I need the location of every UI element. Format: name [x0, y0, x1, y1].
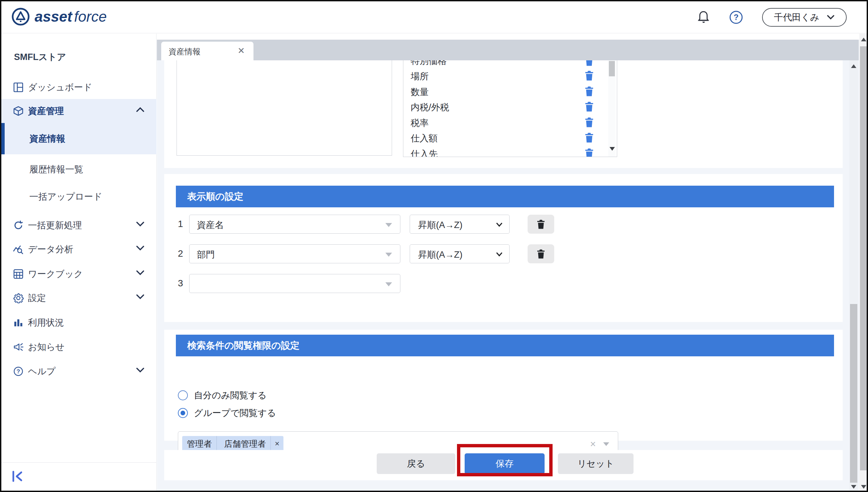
chart-magnifier-icon: [12, 244, 24, 255]
radio-label: グループで閲覧する: [194, 407, 276, 419]
radio-unselected-icon[interactable]: [178, 390, 188, 400]
section-title: 検索条件の閲覧権限の設定: [187, 339, 299, 352]
tab-title: 資産情報: [168, 46, 201, 57]
field-row: 仕入先: [403, 148, 617, 157]
sidebar-item-workbook[interactable]: ワークブック: [1, 264, 157, 284]
chevron-down-icon: [136, 270, 144, 278]
sort-field-select-3[interactable]: [189, 274, 400, 293]
save-button[interactable]: 保存: [465, 453, 545, 474]
dropdown-caret-icon[interactable]: [603, 442, 609, 446]
radio-option-self[interactable]: 自分のみ閲覧する: [178, 390, 267, 401]
field-label: 仕入先: [411, 148, 438, 157]
save-button-label: 保存: [496, 458, 514, 470]
field-label: 内税/外税: [411, 101, 449, 113]
reset-button[interactable]: リセット: [558, 453, 633, 474]
row-number: 1: [178, 219, 183, 229]
delete-sort-row-button[interactable]: [528, 244, 554, 263]
user-menu-button[interactable]: 千代田くみ: [762, 8, 847, 27]
trash-icon[interactable]: [584, 117, 595, 128]
sidebar-item-asset-info[interactable]: 資産情報: [1, 123, 157, 154]
sidebar-item-bulk-update[interactable]: 一括更新処理: [1, 216, 157, 235]
sidebar-item-settings[interactable]: 設定: [1, 288, 157, 308]
field-label: 場所: [411, 70, 429, 82]
sort-order-select-1[interactable]: 昇順(A→Z): [410, 215, 509, 234]
available-fields-listbox[interactable]: [177, 60, 392, 156]
sidebar-item-label: ワークブック: [28, 268, 83, 280]
svg-text:?: ?: [17, 368, 20, 375]
permission-settings-section: 検索条件の閲覧権限の設定 自分のみ閲覧する グループで閲覧する 管理者 × 店舗…: [164, 330, 843, 441]
sidebar-item-bulk-upload[interactable]: 一括アップロード: [1, 187, 157, 206]
notification-bell-icon[interactable]: [697, 10, 710, 24]
sidebar-item-announcements[interactable]: お知らせ: [1, 337, 157, 357]
sidebar-item-label: 履歴情報一覧: [29, 163, 83, 175]
help-icon[interactable]: ?: [729, 10, 743, 25]
field-row: 内税/外税: [403, 101, 617, 115]
sidebar-item-dashboard[interactable]: ダッシュボード: [1, 78, 157, 97]
refresh-icon: [12, 220, 24, 231]
sidebar-item-usage[interactable]: 利用状況: [1, 313, 157, 332]
trash-icon[interactable]: [584, 86, 595, 97]
megaphone-icon: [12, 341, 24, 353]
sort-settings-section: 表示順の設定 1 資産名 昇順(A→Z) 2 部門: [164, 174, 843, 322]
delete-sort-row-button[interactable]: [528, 215, 554, 234]
field-row: 税率: [403, 117, 617, 130]
active-indicator-bar: [1, 123, 5, 154]
scroll-up-arrow[interactable]: [851, 64, 856, 68]
brand-logo-text: assetforce: [35, 8, 107, 25]
sidebar-item-data-analysis[interactable]: データ分析: [1, 240, 157, 259]
scroll-down-arrow[interactable]: [861, 485, 866, 489]
sort-field-select-2[interactable]: 部門: [189, 244, 400, 263]
sort-row-1: 1 資産名 昇順(A→Z): [164, 215, 843, 234]
trash-icon[interactable]: [584, 60, 595, 67]
sort-order-select-2[interactable]: 昇順(A→Z): [410, 244, 509, 263]
scroll-down-arrow[interactable]: [609, 147, 615, 151]
chevron-down-icon: [136, 245, 144, 254]
tab-asset-info[interactable]: 資産情報 ✕: [161, 42, 254, 60]
sidebar-item-asset-management[interactable]: 資産管理: [1, 99, 157, 123]
field-row: 場所: [403, 70, 617, 84]
sidebar-item-help[interactable]: ? ヘルプ: [1, 362, 157, 381]
dropdown-caret-icon: [385, 223, 392, 227]
sidebar-item-label: 一括アップロード: [29, 191, 102, 203]
trash-icon[interactable]: [584, 101, 595, 113]
selected-fields-listbox[interactable]: 特別価格 場所 数量: [403, 60, 617, 157]
sort-field-select-1[interactable]: 資産名: [189, 215, 400, 234]
panel-scrollbar[interactable]: [849, 60, 858, 492]
radio-selected-icon[interactable]: [178, 408, 188, 418]
sort-row-2: 2 部門 昇順(A→Z): [164, 244, 843, 263]
sidebar-item-label: 設定: [28, 292, 46, 304]
sidebar-item-label: 利用状況: [28, 317, 64, 329]
sort-row-3: 3: [164, 274, 843, 293]
section-header: 表示順の設定: [176, 186, 834, 207]
tab-close-icon[interactable]: ✕: [237, 46, 245, 56]
back-button[interactable]: 戻る: [377, 453, 455, 474]
field-label: 仕入額: [411, 132, 438, 144]
sidebar-item-label: 資産管理: [28, 105, 64, 117]
chevron-down-icon: [136, 294, 144, 302]
scroll-up-arrow[interactable]: [861, 38, 866, 41]
trash-icon[interactable]: [584, 70, 595, 82]
trash-icon[interactable]: [584, 148, 595, 157]
page-scrollbar[interactable]: [859, 34, 868, 492]
chevron-down-icon: [495, 220, 503, 228]
chevron-down-icon: [136, 367, 144, 376]
scrollbar-thumb[interactable]: [609, 61, 615, 76]
sidebar-item-history-list[interactable]: 履歴情報一覧: [1, 160, 157, 179]
main-content: 資産情報 ✕ 特別価格 場所: [157, 34, 867, 492]
sidebar-collapse-button[interactable]: [11, 470, 26, 484]
tag-label: 店舗管理者: [219, 438, 270, 449]
package-icon: [12, 105, 24, 117]
app-header: assetforce ? 千代田くみ: [1, 1, 867, 33]
gear-icon: [12, 292, 24, 304]
listbox-scrollbar[interactable]: [608, 60, 615, 157]
selected-order-value: 昇順(A→Z): [418, 219, 462, 231]
row-number: 2: [178, 248, 183, 259]
scroll-down-arrow[interactable]: [851, 485, 856, 489]
scrollbar-thumb[interactable]: [850, 304, 857, 483]
clear-all-icon[interactable]: ×: [590, 438, 596, 450]
tag-remove-icon[interactable]: ×: [270, 436, 284, 451]
field-row: 仕入額: [403, 132, 617, 146]
trash-icon[interactable]: [584, 132, 595, 144]
radio-option-group[interactable]: グループで閲覧する: [178, 407, 276, 419]
scrollbar-thumb[interactable]: [860, 46, 867, 470]
